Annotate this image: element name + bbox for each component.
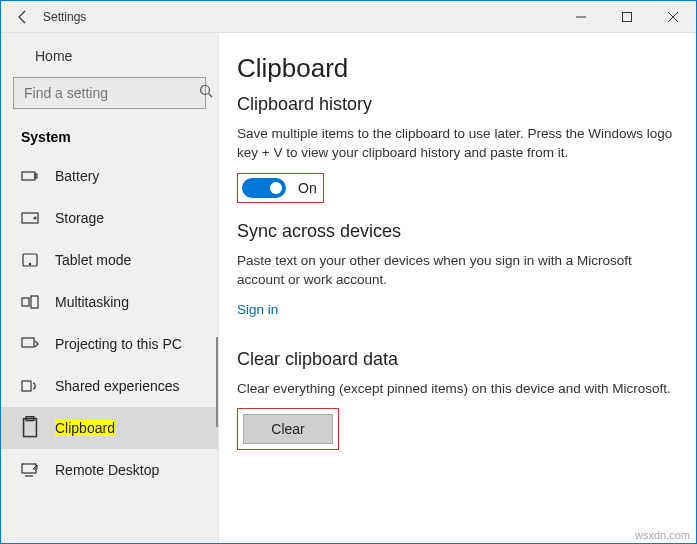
clear-button-highlight: Clear: [237, 408, 339, 450]
svg-rect-14: [22, 338, 34, 347]
sidebar-item-shared-experiences[interactable]: Shared experiences: [1, 365, 218, 407]
search-input-wrap[interactable]: [13, 77, 206, 109]
svg-point-9: [34, 217, 36, 219]
maximize-button[interactable]: [604, 1, 650, 33]
sidebar-item-battery[interactable]: Battery: [1, 155, 218, 197]
svg-point-4: [201, 86, 210, 95]
sidebar-item-label: Tablet mode: [55, 252, 131, 268]
sidebar-item-label: Clipboard: [55, 420, 115, 436]
content-area: Clipboard Clipboard history Save multipl…: [219, 33, 696, 543]
sidebar-item-label: Projecting to this PC: [55, 336, 182, 352]
multitasking-icon: [21, 293, 39, 311]
sidebar-item-label: Multitasking: [55, 294, 129, 310]
svg-rect-15: [22, 381, 31, 391]
close-button[interactable]: [650, 1, 696, 33]
history-toggle-row: On: [237, 173, 324, 203]
svg-rect-1: [623, 12, 632, 21]
sidebar-item-label: Battery: [55, 168, 99, 184]
clipboard-icon: [21, 419, 39, 437]
svg-rect-7: [35, 174, 37, 178]
clear-button[interactable]: Clear: [243, 414, 333, 444]
attribution-text: wsxdn.com: [635, 529, 690, 541]
minimize-button[interactable]: [558, 1, 604, 33]
battery-icon: [21, 167, 39, 185]
back-icon[interactable]: [15, 9, 31, 25]
svg-point-11: [29, 263, 30, 264]
sidebar-group-title: System: [1, 129, 218, 155]
tablet-icon: [21, 251, 39, 269]
titlebar: Settings: [1, 1, 696, 33]
sidebar-item-clipboard[interactable]: Clipboard: [1, 407, 218, 449]
search-input[interactable]: [24, 85, 199, 101]
home-label: Home: [35, 48, 72, 64]
window-title: Settings: [43, 10, 86, 24]
sidebar-item-home[interactable]: Home: [1, 37, 218, 77]
svg-line-5: [209, 94, 213, 98]
sidebar-item-label: Remote Desktop: [55, 462, 159, 478]
search-icon: [199, 84, 213, 102]
section-history-heading: Clipboard history: [237, 94, 682, 115]
shared-icon: [21, 377, 39, 395]
page-title: Clipboard: [237, 53, 682, 84]
sidebar-item-label: Shared experiences: [55, 378, 180, 394]
sidebar-item-multitasking[interactable]: Multitasking: [1, 281, 218, 323]
svg-rect-13: [31, 296, 38, 308]
projecting-icon: [21, 335, 39, 353]
section-sync-desc: Paste text on your other devices when yo…: [237, 252, 682, 290]
sidebar-item-projecting[interactable]: Projecting to this PC: [1, 323, 218, 365]
sidebar-item-tablet-mode[interactable]: Tablet mode: [1, 239, 218, 281]
sidebar: Home System Battery Storage Tablet mode: [1, 33, 219, 543]
sign-in-link[interactable]: Sign in: [237, 302, 278, 317]
section-sync-heading: Sync across devices: [237, 221, 682, 242]
sidebar-item-label: Storage: [55, 210, 104, 226]
section-history-desc: Save multiple items to the clipboard to …: [237, 125, 682, 163]
svg-rect-12: [22, 298, 29, 306]
sidebar-item-storage[interactable]: Storage: [1, 197, 218, 239]
scrollbar-thumb[interactable]: [216, 337, 218, 427]
storage-icon: [21, 209, 39, 227]
remote-desktop-icon: [21, 461, 39, 479]
history-toggle-label: On: [298, 180, 317, 196]
svg-rect-6: [22, 172, 35, 180]
section-clear-heading: Clear clipboard data: [237, 349, 682, 370]
section-clear-desc: Clear everything (except pinned items) o…: [237, 380, 682, 399]
history-toggle[interactable]: [242, 178, 286, 198]
sidebar-item-remote-desktop[interactable]: Remote Desktop: [1, 449, 218, 491]
